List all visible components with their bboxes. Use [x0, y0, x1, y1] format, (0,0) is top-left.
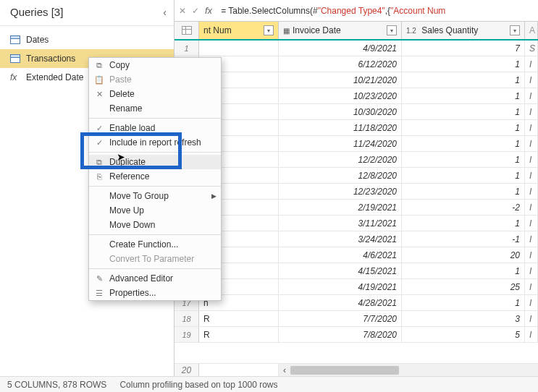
- cell-invoice-date[interactable]: 4/9/2021: [279, 41, 402, 56]
- table-row[interactable]: 18R7/7/20203I: [175, 311, 538, 327]
- cell-partial[interactable]: S: [525, 41, 538, 56]
- cell-partial[interactable]: I: [525, 72, 538, 88]
- cell-invoice-date[interactable]: 6/12/2020: [279, 56, 402, 72]
- cell-account-num[interactable]: R: [199, 311, 279, 326]
- table-row[interactable]: 3/24/2021-1I: [175, 231, 538, 247]
- cell-account-num[interactable]: [199, 41, 279, 56]
- cell-partial[interactable]: I: [525, 247, 538, 263]
- cell-invoice-date[interactable]: 4/28/2021: [279, 295, 402, 310]
- cell-sales-quantity[interactable]: 1: [402, 56, 525, 72]
- cell-invoice-date[interactable]: 4/6/2021: [279, 247, 402, 263]
- table-row[interactable]: 2/19/2021-2I: [175, 200, 538, 216]
- menu-item-advanced-editor[interactable]: ✎Advanced Editor: [89, 271, 221, 286]
- cell-sales-quantity[interactable]: 1: [402, 184, 525, 199]
- cell-partial[interactable]: I: [525, 311, 538, 326]
- cell-account-num[interactable]: R: [199, 327, 279, 342]
- cell-invoice-date[interactable]: 11/24/2020: [279, 136, 402, 151]
- table-row[interactable]: 14/9/20217S: [175, 41, 538, 56]
- cell-invoice-date[interactable]: 11/18/2020: [279, 120, 402, 135]
- cell-invoice-date[interactable]: 7/8/2020: [279, 327, 402, 342]
- menu-item-create-function[interactable]: Create Function...: [89, 237, 221, 252]
- cell-sales-quantity[interactable]: 1: [402, 263, 525, 278]
- menu-item-copy[interactable]: ⧉Copy: [89, 58, 221, 72]
- cell-invoice-date[interactable]: 2/19/2021: [279, 200, 402, 215]
- cell-partial[interactable]: I: [525, 152, 538, 167]
- cell-invoice-date[interactable]: 12/8/2020: [279, 168, 402, 183]
- cell-partial[interactable]: I: [525, 136, 538, 151]
- data-grid[interactable]: 14/9/20217S6/12/20201I10/21/20201I10/23/…: [175, 41, 538, 363]
- column-filter-dropdown-icon[interactable]: ▾: [510, 25, 520, 35]
- cell-invoice-date[interactable]: 12/23/2020: [279, 184, 402, 199]
- table-row[interactable]: 16h4/19/202125I: [175, 279, 538, 295]
- table-row[interactable]: 10/21/20201I: [175, 72, 538, 88]
- table-row[interactable]: 17h4/28/20211I: [175, 295, 538, 311]
- menu-item-delete[interactable]: ✕Delete: [89, 87, 221, 101]
- cell-partial[interactable]: I: [525, 216, 538, 231]
- cell-sales-quantity[interactable]: 1: [402, 295, 525, 310]
- menu-item-move-down[interactable]: Move Down: [89, 218, 221, 232]
- menu-item-properties[interactable]: ☰Properties...: [89, 286, 221, 300]
- cell-partial[interactable]: I: [525, 263, 538, 278]
- column-header-invoice-date[interactable]: ▦Invoice Date ▾: [279, 22, 402, 39]
- cell-partial[interactable]: I: [525, 200, 538, 215]
- table-row[interactable]: 12/23/20201I: [175, 184, 538, 200]
- menu-item-rename[interactable]: Rename: [89, 101, 221, 116]
- table-row[interactable]: 4/6/202120I: [175, 247, 538, 263]
- column-header-partial[interactable]: A: [525, 22, 538, 39]
- cell-sales-quantity[interactable]: 1: [402, 88, 525, 103]
- menu-item-include-in-report-refresh[interactable]: ✓Include in report refresh: [89, 135, 221, 150]
- cell-sales-quantity[interactable]: 1: [402, 216, 525, 231]
- table-row[interactable]: 11/24/20201I: [175, 136, 538, 152]
- select-all-cell[interactable]: [175, 22, 199, 39]
- hscroll-thumb[interactable]: [290, 366, 399, 375]
- menu-item-move-to-group[interactable]: Move To Group▶: [89, 189, 221, 203]
- cell-invoice-date[interactable]: 3/11/2021: [279, 216, 402, 231]
- menu-item-reference[interactable]: ⎘Reference: [89, 169, 221, 184]
- table-row[interactable]: 10/23/20201I: [175, 88, 538, 104]
- scroll-left-icon[interactable]: ‹: [279, 364, 290, 376]
- column-filter-dropdown-icon[interactable]: ▾: [387, 25, 397, 35]
- table-row[interactable]: 12/8/20201I: [175, 168, 538, 184]
- query-item-dates[interactable]: Dates: [0, 30, 174, 49]
- menu-item-duplicate[interactable]: ⧉Duplicate: [89, 155, 221, 169]
- collapse-panel-chevron-icon[interactable]: ‹: [163, 7, 167, 18]
- table-row[interactable]: 12/2/20201I: [175, 152, 538, 168]
- cell-partial[interactable]: I: [525, 88, 538, 103]
- cell-partial[interactable]: I: [525, 295, 538, 310]
- cell-sales-quantity[interactable]: 20: [402, 247, 525, 263]
- cell-sales-quantity[interactable]: 5: [402, 327, 525, 342]
- cell-sales-quantity[interactable]: 1: [402, 72, 525, 88]
- column-header-account-num[interactable]: nt Num ▾: [199, 22, 279, 39]
- cell-invoice-date[interactable]: 12/2/2020: [279, 152, 402, 167]
- cell-partial[interactable]: I: [525, 104, 538, 119]
- hscroll-track[interactable]: ‹: [279, 364, 538, 376]
- cell-partial[interactable]: I: [525, 279, 538, 294]
- cell-invoice-date[interactable]: 7/7/2020: [279, 311, 402, 326]
- cell-invoice-date[interactable]: 10/23/2020: [279, 88, 402, 103]
- table-row[interactable]: 6/12/20201I: [175, 56, 538, 72]
- cancel-formula-icon[interactable]: ✕: [179, 6, 186, 16]
- cell-sales-quantity[interactable]: 1: [402, 120, 525, 135]
- cell-invoice-date[interactable]: 10/21/2020: [279, 72, 402, 88]
- formula-text[interactable]: = Table.SelectColumns(#"Changed Type4",{…: [221, 6, 445, 16]
- cell-sales-quantity[interactable]: 1: [402, 152, 525, 167]
- table-row[interactable]: 15h4/15/20211I: [175, 263, 538, 279]
- table-row[interactable]: 11/18/20201I: [175, 120, 538, 136]
- cell-sales-quantity[interactable]: 1: [402, 168, 525, 183]
- cell-sales-quantity[interactable]: 25: [402, 279, 525, 294]
- cell-partial[interactable]: I: [525, 184, 538, 199]
- cell-sales-quantity[interactable]: -2: [402, 200, 525, 215]
- cell-sales-quantity[interactable]: 1: [402, 136, 525, 151]
- cell-partial[interactable]: I: [525, 120, 538, 135]
- table-row[interactable]: 10/30/20201I: [175, 104, 538, 120]
- accept-formula-icon[interactable]: ✓: [192, 6, 199, 16]
- cell-sales-quantity[interactable]: 7: [402, 41, 525, 56]
- menu-item-enable-load[interactable]: ✓Enable load: [89, 121, 221, 135]
- cell-invoice-date[interactable]: 3/24/2021: [279, 231, 402, 247]
- column-filter-dropdown-icon[interactable]: ▾: [264, 25, 274, 35]
- cell-partial[interactable]: I: [525, 56, 538, 72]
- cell-sales-quantity[interactable]: 1: [402, 104, 525, 119]
- cell-sales-quantity[interactable]: 3: [402, 311, 525, 326]
- cell-partial[interactable]: I: [525, 168, 538, 183]
- table-row[interactable]: 19R7/8/20205I: [175, 327, 538, 343]
